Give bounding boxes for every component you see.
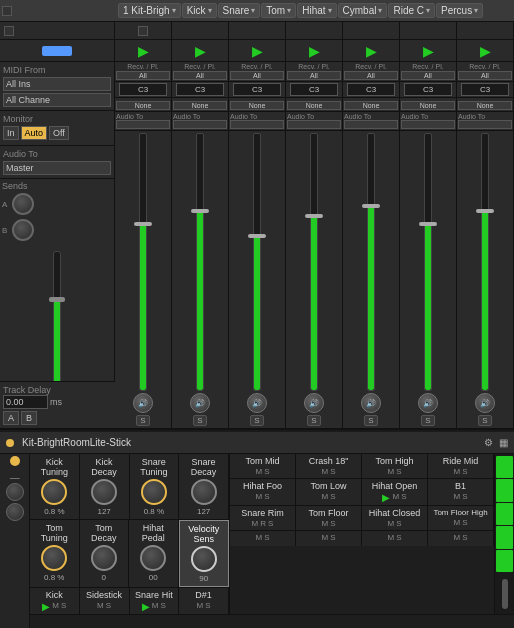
master-fader-handle[interactable] [49,297,65,302]
track-ride-c[interactable]: Ride C ▾ [388,3,435,18]
snare-hit-m[interactable]: M [152,601,159,612]
hihat-open-play[interactable]: ▶ [382,492,390,503]
sidestick-m[interactable]: M [97,601,104,610]
cymbal-vol-knob[interactable]: 🔊 [361,393,381,413]
ride-solo-btn[interactable]: S [421,415,434,426]
ride-vol-knob[interactable]: 🔊 [418,393,438,413]
snare-decay-knob[interactable] [191,479,217,505]
kick-decay-knob[interactable] [91,479,117,505]
rack-menu-icon[interactable]: ▦ [499,437,508,448]
ride-choke-select[interactable]: None [401,101,455,110]
scrollbar-area[interactable] [495,574,514,614]
tom-solo-btn[interactable]: S [250,415,263,426]
kick-pad-m[interactable]: M [52,601,59,612]
percus-vol-knob[interactable]: 🔊 [475,393,495,413]
track-tom[interactable]: Tom ▾ [261,3,296,18]
track-hihat[interactable]: Hihat ▾ [297,3,336,18]
hihat-fader-handle[interactable] [305,214,323,218]
percus-solo-btn[interactable]: S [478,415,491,426]
kick-checkbox[interactable] [138,26,148,36]
kick-pad-s[interactable]: S [61,601,66,612]
percus-play-btn[interactable]: ▶ [480,43,491,59]
snare-play-btn[interactable]: ▶ [195,43,206,59]
tom-fader-handle[interactable] [248,234,266,238]
master-checkbox[interactable] [4,26,14,36]
snare-recv-select[interactable]: All [173,71,227,80]
percus-audio-to-select[interactable] [458,120,512,129]
ride-play-btn[interactable]: ▶ [423,43,434,59]
velocity-sens-knob[interactable] [191,546,217,572]
snare-vol-knob[interactable]: 🔊 [190,393,210,413]
snare-hit-play[interactable]: ▶ [142,601,150,612]
percus-recv-select[interactable]: All [458,71,512,80]
d1-s[interactable]: S [205,601,210,610]
snare-audio-to-select[interactable] [173,120,227,129]
cymbal-play-btn[interactable]: ▶ [366,43,377,59]
snare-solo-btn[interactable]: S [193,415,206,426]
tom-decay-knob[interactable] [91,545,117,571]
hihat-solo-btn[interactable]: S [307,415,320,426]
kick-recv-select[interactable]: All [116,71,170,80]
snare-fader-handle[interactable] [191,209,209,213]
kick-tuning-knob[interactable] [41,479,67,505]
kick-fader-handle[interactable] [134,222,152,226]
kick-pad-play[interactable]: ▶ [42,601,50,612]
snare-hit-s[interactable]: S [161,601,166,612]
snare-choke-select[interactable]: None [173,101,227,110]
cymbal-choke-select[interactable]: None [344,101,398,110]
kick-play-btn[interactable]: ▶ [138,43,149,59]
kick-audio-to-select[interactable] [116,120,170,129]
sidestick-s[interactable]: S [106,601,111,610]
snare-tuning-knob[interactable] [141,479,167,505]
send-b-knob[interactable] [12,219,34,241]
midi-from-select[interactable]: All Ins [3,77,111,91]
track-kick[interactable]: Kick ▾ [182,3,217,18]
kick-choke-select[interactable]: None [116,101,170,110]
hihat-play-btn[interactable]: ▶ [309,43,320,59]
d1-m[interactable]: M [197,601,204,610]
cymbal-recv-select[interactable]: All [344,71,398,80]
hihat-audio-to-select[interactable] [287,120,341,129]
track-percus[interactable]: Percus ▾ [436,3,483,18]
rack-settings-icon[interactable]: ⚙ [484,437,493,448]
cymbal-solo-btn[interactable]: S [364,415,377,426]
cymbal-audio-to-select[interactable] [344,120,398,129]
tom-choke-select[interactable]: None [230,101,284,110]
crossfade-b-btn[interactable]: B [21,411,37,425]
send-a-knob[interactable] [12,193,34,215]
track-checkbox[interactable] [2,6,12,16]
drum-left-dot[interactable] [10,456,20,466]
percus-fader-handle[interactable] [476,209,494,213]
audio-to-select[interactable]: Master [3,161,111,175]
tom-vol-knob[interactable]: 🔊 [247,393,267,413]
hihat-recv-select[interactable]: All [287,71,341,80]
drum-macro-knob-2[interactable] [6,503,24,521]
monitor-auto-btn[interactable]: Auto [21,126,48,140]
hihat-choke-select[interactable]: None [287,101,341,110]
tom-audio-to-select[interactable] [230,120,284,129]
track-1-kit-bright[interactable]: 1 Kit-Brigh ▾ [118,3,181,18]
hihat-pedal-knob[interactable] [140,545,166,571]
ride-recv-select[interactable]: All [401,71,455,80]
hihat-vol-knob[interactable]: 🔊 [304,393,324,413]
tom-play-btn[interactable]: ▶ [252,43,263,59]
ride-fader-handle[interactable] [419,222,437,226]
kick-vol-knob[interactable]: 🔊 [133,393,153,413]
track-snare[interactable]: Snare ▾ [218,3,261,18]
scrollbar-thumb[interactable] [502,579,508,609]
midi-channel-select[interactable]: All Channe [3,93,111,107]
tom-tuning-knob[interactable] [41,545,67,571]
track-delay-input[interactable] [3,395,48,409]
tom-recv-select[interactable]: All [230,71,284,80]
monitor-in-btn[interactable]: In [3,126,19,140]
rack-collapse-dot[interactable] [6,439,14,447]
drum-macro-knob-1[interactable] [6,483,24,501]
percus-choke-select[interactable]: None [458,101,512,110]
ride-audio-to-select[interactable] [401,120,455,129]
cymbal-fader-handle[interactable] [362,204,380,208]
monitor-off-btn[interactable]: Off [49,126,69,140]
master-clip[interactable] [42,46,72,56]
crossfade-a-btn[interactable]: A [3,411,19,425]
kick-solo-btn[interactable]: S [136,415,149,426]
track-cymbal[interactable]: Cymbal ▾ [338,3,388,18]
